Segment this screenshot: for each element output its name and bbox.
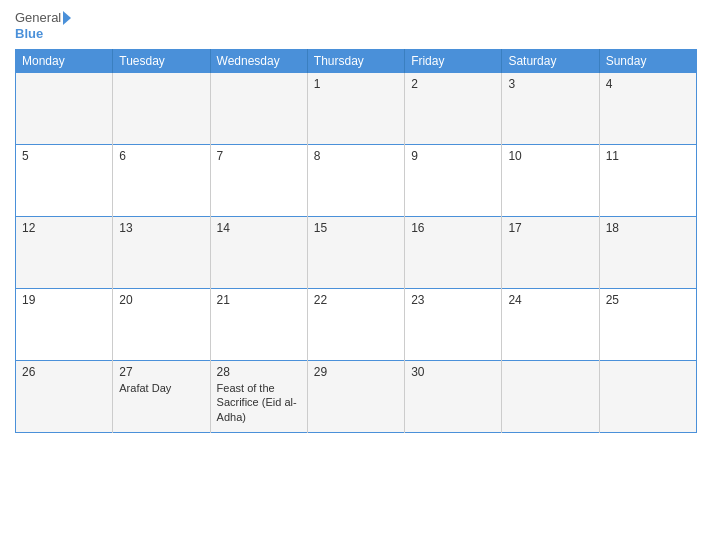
page: General Blue MondayTuesdayWednesdayThurs… [0,0,712,550]
calendar-cell: 10 [502,145,599,217]
calendar-cell: 30 [405,361,502,433]
calendar-header-row: MondayTuesdayWednesdayThursdayFridaySatu… [16,50,697,73]
logo-blue-text: Blue [15,26,71,42]
calendar-cell: 22 [307,289,404,361]
day-number: 17 [508,221,592,235]
calendar-cell: 19 [16,289,113,361]
day-number: 3 [508,77,592,91]
calendar-cell [16,73,113,145]
calendar-cell: 29 [307,361,404,433]
day-header-wednesday: Wednesday [210,50,307,73]
event-label: Feast of the Sacrifice (Eid al-Adha) [217,381,301,424]
calendar-cell: 27Arafat Day [113,361,210,433]
day-number: 18 [606,221,690,235]
calendar-cell: 9 [405,145,502,217]
day-number: 11 [606,149,690,163]
day-header-saturday: Saturday [502,50,599,73]
day-number: 14 [217,221,301,235]
calendar-cell: 16 [405,217,502,289]
week-row-5: 2627Arafat Day28Feast of the Sacrifice (… [16,361,697,433]
week-row-4: 19202122232425 [16,289,697,361]
day-number: 22 [314,293,398,307]
day-number: 27 [119,365,203,379]
day-header-sunday: Sunday [599,50,696,73]
calendar-cell: 3 [502,73,599,145]
day-header-thursday: Thursday [307,50,404,73]
day-number: 24 [508,293,592,307]
logo: General Blue [15,10,71,41]
calendar-cell: 25 [599,289,696,361]
calendar-cell: 6 [113,145,210,217]
day-number: 6 [119,149,203,163]
day-number: 23 [411,293,495,307]
calendar-cell: 23 [405,289,502,361]
calendar-cell: 20 [113,289,210,361]
week-row-2: 567891011 [16,145,697,217]
calendar-cell: 18 [599,217,696,289]
calendar-cell: 15 [307,217,404,289]
calendar-cell [502,361,599,433]
day-header-monday: Monday [16,50,113,73]
week-row-3: 12131415161718 [16,217,697,289]
week-row-1: 1234 [16,73,697,145]
calendar-cell: 8 [307,145,404,217]
day-number: 19 [22,293,106,307]
calendar-table: MondayTuesdayWednesdayThursdayFridaySatu… [15,49,697,433]
calendar-cell: 17 [502,217,599,289]
calendar-cell [599,361,696,433]
logo-triangle-icon [63,11,71,25]
event-label: Arafat Day [119,381,203,395]
day-number: 29 [314,365,398,379]
calendar-cell: 12 [16,217,113,289]
calendar-cell: 26 [16,361,113,433]
day-number: 13 [119,221,203,235]
day-number: 28 [217,365,301,379]
calendar-cell: 24 [502,289,599,361]
day-number: 8 [314,149,398,163]
day-number: 30 [411,365,495,379]
calendar-cell: 11 [599,145,696,217]
calendar-cell: 14 [210,217,307,289]
logo-general-text: General [15,10,61,26]
header: General Blue [15,10,697,41]
day-number: 2 [411,77,495,91]
day-number: 15 [314,221,398,235]
day-number: 25 [606,293,690,307]
day-number: 7 [217,149,301,163]
day-number: 20 [119,293,203,307]
calendar-cell: 7 [210,145,307,217]
calendar-cell [113,73,210,145]
calendar-cell [210,73,307,145]
day-header-friday: Friday [405,50,502,73]
calendar-cell: 28Feast of the Sacrifice (Eid al-Adha) [210,361,307,433]
day-number: 21 [217,293,301,307]
day-number: 26 [22,365,106,379]
calendar-cell: 4 [599,73,696,145]
calendar-cell: 21 [210,289,307,361]
day-number: 9 [411,149,495,163]
calendar-cell: 1 [307,73,404,145]
day-number: 4 [606,77,690,91]
calendar-cell: 2 [405,73,502,145]
day-number: 1 [314,77,398,91]
day-number: 16 [411,221,495,235]
day-number: 5 [22,149,106,163]
day-header-tuesday: Tuesday [113,50,210,73]
day-number: 12 [22,221,106,235]
day-number: 10 [508,149,592,163]
calendar-cell: 5 [16,145,113,217]
calendar-cell: 13 [113,217,210,289]
